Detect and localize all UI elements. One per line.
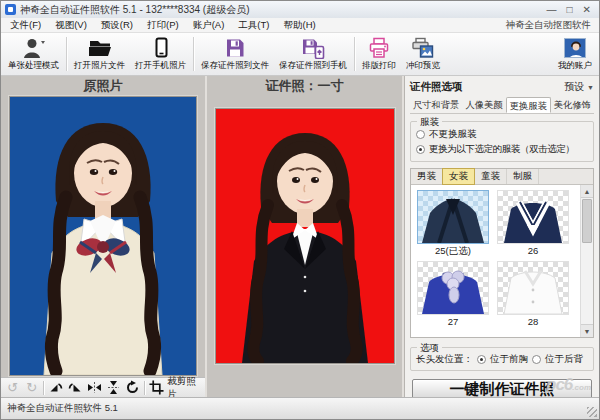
crop-icon bbox=[149, 380, 164, 396]
menu-account[interactable]: 账户(A) bbox=[186, 19, 232, 32]
menu-view[interactable]: 视图(V) bbox=[48, 19, 94, 32]
flip-horizontal-icon[interactable] bbox=[87, 380, 102, 396]
id-photo-options-panel: 证件照选项 预设 ▼ 尺寸和背景 人像美颜 更换服装 美化修饰 服装 不更换服装 bbox=[404, 76, 599, 397]
radio-icon bbox=[416, 130, 425, 139]
category-men[interactable]: 男装 bbox=[411, 169, 443, 184]
save-to-file-button[interactable]: 保存证件照到文件 bbox=[196, 34, 274, 74]
chevron-down-icon: ▼ bbox=[587, 84, 594, 91]
tab-beauty[interactable]: 人像美颜 bbox=[462, 97, 505, 113]
original-photo-label: 原照片 bbox=[1, 76, 205, 96]
radio-change-clothes[interactable]: 更换为以下选定的服装（双击选定） bbox=[416, 142, 588, 157]
rotate-icon[interactable] bbox=[125, 380, 140, 396]
radio-hair-back[interactable] bbox=[532, 355, 541, 364]
open-photo-button[interactable]: 打开照片文件 bbox=[69, 34, 130, 74]
main-toolbar: 单张处理模式 打开照片文件 打开手机照片 bbox=[1, 33, 599, 76]
scrollbar-thumb[interactable] bbox=[582, 199, 592, 243]
original-photo-panel: 原照片 bbox=[1, 76, 207, 397]
rotate-left-icon[interactable] bbox=[48, 380, 63, 396]
cloth-thumb-suit bbox=[417, 190, 489, 244]
other-software-link[interactable]: 神奇全自动抠图软件 bbox=[506, 19, 598, 32]
redo-icon[interactable]: ↻ bbox=[24, 380, 39, 396]
options-panel-title: 证件照选项 bbox=[410, 80, 463, 94]
layout-print-button[interactable]: 排版打印 bbox=[357, 34, 401, 74]
flip-vertical-icon[interactable] bbox=[106, 380, 121, 396]
print-preview-icon bbox=[411, 36, 435, 60]
save-phone-icon bbox=[301, 36, 325, 60]
menu-tools[interactable]: 工具(T) bbox=[231, 19, 276, 32]
photo-edit-toolbar: ↺ ↻ bbox=[1, 377, 205, 397]
undo-icon[interactable]: ↺ bbox=[5, 380, 20, 396]
main-content: 原照片 bbox=[1, 76, 599, 397]
open-phone-icon bbox=[150, 36, 172, 60]
radio-icon bbox=[416, 145, 425, 154]
cloth-item-28[interactable]: 28 bbox=[497, 261, 569, 328]
category-uniform[interactable]: 制服 bbox=[507, 169, 539, 184]
category-women[interactable]: 女装 bbox=[442, 168, 475, 185]
clothing-groupbox: 服装 不更换服装 更换为以下选定的服装（双击选定） bbox=[410, 121, 594, 162]
menu-bar: 文件(F) 视图(V) 预设(R) 打印(P) 账户(A) 工具(T) 帮助(H… bbox=[1, 18, 599, 33]
tab-change-clothes[interactable]: 更换服装 bbox=[506, 97, 551, 113]
radio-hair-front[interactable] bbox=[477, 355, 486, 364]
radio-no-change-clothes[interactable]: 不更换服装 bbox=[416, 127, 588, 142]
status-bar: 神奇全自动证件照软件 5.1 bbox=[1, 397, 599, 419]
close-button[interactable]: ✕ bbox=[583, 4, 591, 15]
app-icon bbox=[5, 4, 16, 15]
window-title: 神奇全自动证件照软件 5.1 - 132****8334 (超级会员) bbox=[20, 3, 547, 17]
account-avatar bbox=[564, 38, 586, 58]
clothes-list: 25(已选) bbox=[411, 185, 593, 337]
options-tabs: 尺寸和背景 人像美颜 更换服装 美化修饰 bbox=[410, 97, 594, 114]
scroll-up-icon[interactable]: ▲ bbox=[581, 185, 593, 198]
original-photo[interactable] bbox=[9, 96, 197, 376]
print-preview-button[interactable]: 冲印预览 bbox=[401, 34, 445, 74]
rotate-right-icon[interactable] bbox=[68, 380, 83, 396]
toolbar-separator bbox=[66, 37, 67, 71]
category-kids[interactable]: 童装 bbox=[475, 169, 507, 184]
single-mode-button[interactable]: 单张处理模式 bbox=[3, 34, 64, 74]
clothes-category-tabs: 男装 女装 童装 制服 bbox=[411, 169, 593, 185]
save-to-phone-button[interactable]: 保存证件照到手机 bbox=[274, 34, 352, 74]
preset-dropdown[interactable]: 预设 ▼ bbox=[564, 80, 594, 94]
app-window: 神奇全自动证件照软件 5.1 - 132****8334 (超级会员) — □ … bbox=[0, 0, 600, 420]
cloth-item-26[interactable]: 26 bbox=[497, 190, 569, 257]
result-photo-panel: 证件照：一寸 bbox=[207, 76, 404, 397]
scroll-down-icon[interactable]: ▼ bbox=[581, 324, 593, 337]
cloth-thumb-sailor bbox=[497, 190, 569, 244]
menu-print[interactable]: 打印(P) bbox=[140, 19, 186, 32]
menu-help[interactable]: 帮助(H) bbox=[277, 19, 323, 32]
resize-grip[interactable] bbox=[587, 407, 597, 417]
open-folder-icon bbox=[87, 36, 113, 60]
clothes-category-box: 男装 女装 童装 制服 bbox=[410, 168, 594, 338]
status-text: 神奇全自动证件照软件 5.1 bbox=[7, 402, 118, 415]
menu-preset[interactable]: 预设(R) bbox=[94, 19, 140, 32]
cloth-thumb-blue-jacket bbox=[417, 261, 489, 315]
tab-retouch[interactable]: 美化修饰 bbox=[551, 97, 594, 113]
tab-size-background[interactable]: 尺寸和背景 bbox=[410, 97, 462, 113]
person-mode-icon bbox=[22, 36, 46, 60]
save-file-icon bbox=[224, 36, 246, 60]
print-layout-icon bbox=[368, 36, 390, 60]
toolbar-separator bbox=[193, 37, 194, 71]
open-phone-photo-button[interactable]: 打开手机照片 bbox=[130, 34, 191, 74]
cloth-thumb-white-shirt bbox=[497, 261, 569, 315]
minimize-button[interactable]: — bbox=[547, 4, 557, 15]
menu-file[interactable]: 文件(F) bbox=[3, 19, 48, 32]
options-groupbox: 选项 长头发位置： 位于前胸 位于后背 bbox=[410, 347, 594, 371]
toolbar-separator bbox=[354, 37, 355, 71]
maximize-button[interactable]: □ bbox=[567, 4, 573, 15]
clothes-scrollbar[interactable]: ▲ ▼ bbox=[580, 185, 593, 337]
result-photo-label: 证件照：一寸 bbox=[207, 76, 402, 96]
my-account-button[interactable]: 我的账户 bbox=[553, 34, 597, 74]
cloth-item-25[interactable]: 25(已选) bbox=[417, 190, 489, 257]
title-bar: 神奇全自动证件照软件 5.1 - 132****8334 (超级会员) — □ … bbox=[1, 1, 599, 18]
cloth-item-27[interactable]: 27 bbox=[417, 261, 489, 328]
result-photo[interactable] bbox=[215, 108, 395, 364]
